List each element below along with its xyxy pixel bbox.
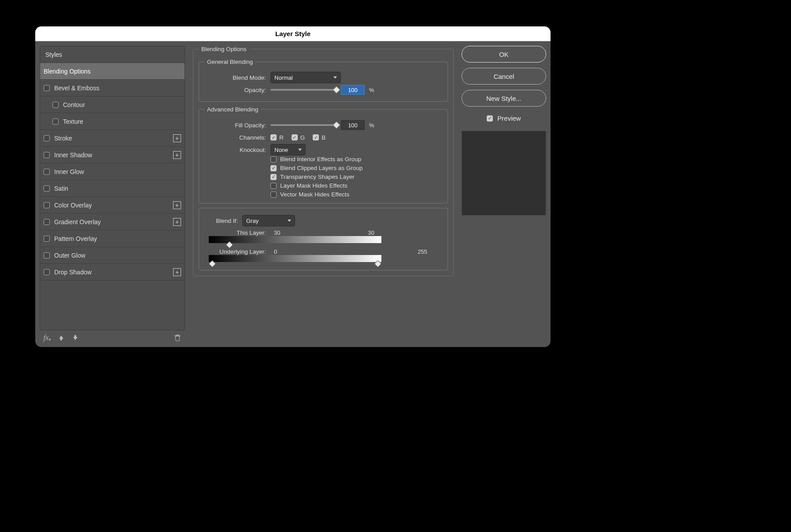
- checkbox[interactable]: [44, 185, 50, 192]
- trash-icon[interactable]: [174, 334, 181, 342]
- sidebar-item-label: Color Overlay: [54, 202, 92, 209]
- this-layer-label: This Layer:: [209, 229, 266, 236]
- underlying-layer-gradient[interactable]: [209, 255, 381, 262]
- sidebar-item-contour[interactable]: Contour: [40, 96, 185, 113]
- opacity-label: Opacity:: [204, 87, 266, 93]
- blending-options-legend: Blending Options: [199, 46, 249, 52]
- this-layer-high-value: 30: [368, 229, 374, 236]
- opacity-input[interactable]: [341, 85, 365, 95]
- sidebar-item-stroke[interactable]: Stroke+: [40, 130, 185, 147]
- checkbox[interactable]: [44, 219, 50, 225]
- slider-thumb-icon[interactable]: [374, 260, 382, 268]
- sidebar-item-outer-glow[interactable]: Outer Glow: [40, 247, 185, 264]
- fill-opacity-slider[interactable]: [270, 124, 336, 126]
- right-panel: OK Cancel New Style... ✓ Preview: [462, 46, 546, 343]
- blend-interior-label: Blend Interior Effects as Group: [280, 156, 361, 163]
- channel-r-label: R: [279, 134, 284, 141]
- sidebar-item-label: Texture: [63, 118, 83, 125]
- checkbox[interactable]: [52, 102, 59, 108]
- underlying-high-value: 255: [418, 248, 427, 255]
- add-icon[interactable]: +: [173, 151, 181, 159]
- transparency-shapes-checkbox[interactable]: ✓: [270, 174, 277, 180]
- general-blending-group: General Blending Blend Mode: Normal Opac…: [199, 59, 448, 102]
- blend-if-label: Blend If:: [203, 218, 238, 224]
- blend-interior-checkbox[interactable]: [270, 156, 277, 163]
- vector-mask-hides-label: Vector Mask Hides Effects: [280, 191, 349, 198]
- channel-r-checkbox[interactable]: ✓: [270, 134, 277, 140]
- dialog-body: Styles Blending Options Bevel & Emboss C…: [35, 41, 551, 347]
- layer-mask-hides-checkbox[interactable]: [270, 183, 277, 189]
- sidebar-item-inner-shadow[interactable]: Inner Shadow+: [40, 147, 185, 163]
- new-style-button[interactable]: New Style...: [462, 90, 546, 107]
- blend-clipped-checkbox[interactable]: ✓: [270, 165, 277, 171]
- sidebar-toolbar: fx▾: [40, 330, 185, 343]
- advanced-blending-legend: Advanced Blending: [204, 106, 261, 113]
- sidebar-item-label: Outer Glow: [54, 252, 85, 259]
- effects-list: Styles Blending Options Bevel & Emboss C…: [40, 46, 185, 330]
- sidebar: Styles Blending Options Bevel & Emboss C…: [40, 46, 185, 343]
- sidebar-item-texture[interactable]: Texture: [40, 113, 185, 130]
- dialog-title: Layer Style: [35, 26, 551, 41]
- add-icon[interactable]: +: [173, 218, 181, 226]
- checkbox[interactable]: [44, 202, 50, 208]
- knockout-label: Knockout:: [204, 147, 266, 153]
- ok-button[interactable]: OK: [462, 46, 546, 63]
- vector-mask-hides-checkbox[interactable]: [270, 192, 277, 198]
- preview-checkbox[interactable]: ✓: [487, 115, 493, 122]
- checkbox[interactable]: [44, 169, 50, 175]
- fill-opacity-label: Fill Opacity:: [204, 122, 266, 129]
- sidebar-item-label: Inner Shadow: [54, 151, 92, 159]
- sidebar-item-satin[interactable]: Satin: [40, 180, 185, 197]
- slider-thumb-icon[interactable]: [208, 260, 216, 268]
- fx-icon[interactable]: fx▾: [43, 334, 51, 342]
- sidebar-item-inner-glow[interactable]: Inner Glow: [40, 163, 185, 180]
- sidebar-item-label: Inner Glow: [54, 168, 84, 175]
- sidebar-item-label: Bevel & Emboss: [54, 85, 100, 92]
- sidebar-header[interactable]: Styles: [40, 46, 185, 63]
- blend-if-select[interactable]: Gray: [242, 215, 295, 226]
- arrow-up-icon[interactable]: [57, 334, 65, 342]
- blending-options-group: Blending Options General Blending Blend …: [193, 46, 454, 276]
- knockout-select[interactable]: None: [270, 144, 306, 155]
- underlying-layer-label: Underlying Layer:: [209, 248, 266, 255]
- layer-style-dialog: Layer Style Styles Blending Options Beve…: [35, 26, 551, 347]
- advanced-blending-group: Advanced Blending Fill Opacity: % Channe…: [199, 106, 448, 203]
- checkbox[interactable]: [44, 152, 50, 158]
- main-panel: Blending Options General Blending Blend …: [193, 46, 454, 343]
- sidebar-item-bevel-emboss[interactable]: Bevel & Emboss: [40, 80, 185, 96]
- sidebar-item-pattern-overlay[interactable]: Pattern Overlay: [40, 230, 185, 247]
- checkbox[interactable]: [52, 118, 59, 125]
- sidebar-item-label: Contour: [63, 101, 85, 108]
- blend-mode-select[interactable]: Normal: [270, 72, 341, 83]
- this-layer-gradient[interactable]: [209, 236, 381, 243]
- checkbox[interactable]: [44, 236, 50, 242]
- checkbox[interactable]: [44, 252, 50, 259]
- sidebar-item-blending-options[interactable]: Blending Options: [40, 63, 185, 80]
- fill-opacity-input[interactable]: [341, 120, 365, 130]
- sidebar-item-label: Blending Options: [44, 68, 91, 75]
- layer-mask-hides-label: Layer Mask Hides Effects: [280, 182, 347, 189]
- add-icon[interactable]: +: [173, 134, 181, 142]
- checkbox[interactable]: [44, 269, 50, 275]
- this-layer-low-value: 30: [274, 229, 280, 236]
- arrow-down-icon[interactable]: [71, 334, 79, 342]
- sidebar-item-color-overlay[interactable]: Color Overlay+: [40, 197, 185, 214]
- add-icon[interactable]: +: [173, 268, 181, 276]
- checkbox[interactable]: [44, 85, 50, 91]
- checkbox[interactable]: [44, 135, 50, 141]
- channel-b-label: B: [322, 134, 325, 141]
- blend-if-group: Blend If: Gray This Layer: 30 30: [199, 208, 448, 270]
- sidebar-item-drop-shadow[interactable]: Drop Shadow+: [40, 264, 185, 281]
- add-icon[interactable]: +: [173, 201, 181, 209]
- cancel-button[interactable]: Cancel: [462, 68, 546, 85]
- sidebar-item-label: Satin: [54, 185, 68, 192]
- sidebar-item-label: Drop Shadow: [54, 269, 92, 276]
- sidebar-item-gradient-overlay[interactable]: Gradient Overlay+: [40, 214, 185, 230]
- channel-b-checkbox[interactable]: ✓: [313, 134, 319, 140]
- slider-thumb-icon[interactable]: [226, 241, 233, 249]
- opacity-slider[interactable]: [270, 89, 336, 91]
- percent-label: %: [369, 87, 374, 93]
- sidebar-item-label: Pattern Overlay: [54, 235, 97, 242]
- channel-g-checkbox[interactable]: ✓: [292, 134, 298, 140]
- blend-mode-label: Blend Mode:: [204, 74, 266, 81]
